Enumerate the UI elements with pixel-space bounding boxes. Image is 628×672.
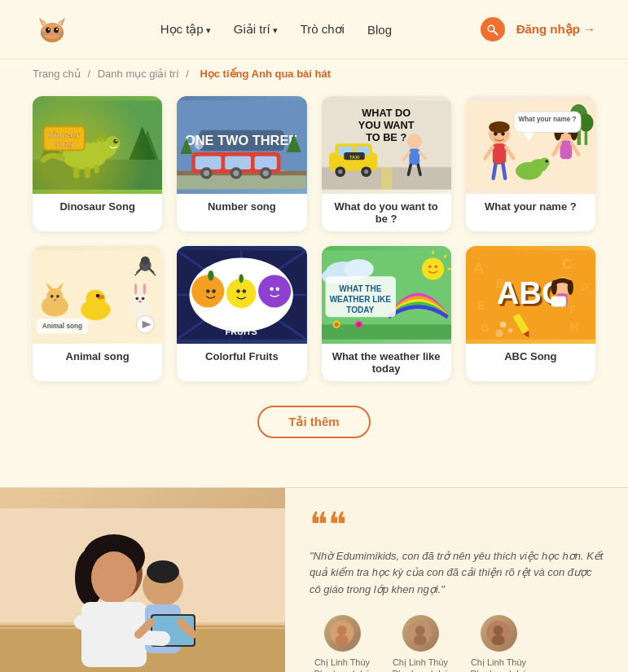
svg-point-224 xyxy=(494,626,503,635)
breadcrumb-danh-muc[interactable]: Danh mục giải trí xyxy=(98,68,179,80)
svg-text:Animal song: Animal song xyxy=(42,323,82,330)
svg-point-64 xyxy=(338,169,342,173)
author-item-3: Chị Linh Thùy Phụ huynh bé Mai Chi xyxy=(466,615,531,672)
dinosaur-illustration: Dinosaur Song xyxy=(33,96,162,194)
login-button[interactable]: Đăng nhập → xyxy=(516,22,595,37)
load-more-button[interactable]: Tải thêm xyxy=(257,406,370,438)
main-nav: Học tập Giải trí Trò chơi Blog xyxy=(160,22,392,37)
svg-rect-32 xyxy=(94,165,99,173)
author-avatar-2 xyxy=(402,615,439,652)
header-right: Đăng nhập → xyxy=(481,17,595,42)
svg-text:F: F xyxy=(569,304,576,316)
svg-point-10 xyxy=(51,33,54,36)
svg-point-156 xyxy=(270,287,274,291)
card-grid: Dinosaur Song Dinosaur Song xyxy=(33,96,595,381)
card-thumb-abc: A B C D E F G H ABC xyxy=(466,246,595,344)
svg-point-124 xyxy=(135,297,138,301)
breadcrumb-home[interactable]: Trang chủ xyxy=(33,68,81,80)
svg-point-108 xyxy=(46,288,63,305)
nav-blog[interactable]: Blog xyxy=(367,23,392,37)
author-avatar-1 xyxy=(324,615,361,652)
svg-point-88 xyxy=(494,132,498,136)
svg-text:G: G xyxy=(481,323,490,335)
testimonial-text-area: ❝❝ "Nhờ Edumimikids, con đã trở nên yêu … xyxy=(285,488,628,672)
author-photo-2 xyxy=(408,621,433,645)
svg-marker-28 xyxy=(98,133,102,142)
testimonial-photo xyxy=(0,488,285,672)
card-abc[interactable]: A B C D E F G H ABC xyxy=(466,246,595,381)
number-illustration: ONE TWO THREE xyxy=(177,96,306,194)
svg-point-9 xyxy=(56,29,58,30)
svg-marker-20 xyxy=(40,134,62,160)
svg-text:FRUITS: FRUITS xyxy=(226,327,257,336)
author-item-2: Chị Linh Thùy Phụ huynh bé Mai Chi xyxy=(388,615,453,672)
card-label-abc: ABC Song xyxy=(466,344,595,369)
search-button[interactable] xyxy=(481,17,505,42)
testimonial-authors: Chị Linh Thùy Phụ huynh bé Mai Chi Chị L… xyxy=(310,615,604,672)
svg-point-26 xyxy=(116,140,117,142)
svg-text:Song: Song xyxy=(55,140,73,148)
svg-point-105 xyxy=(545,160,548,163)
logo-icon xyxy=(33,10,72,49)
card-label-dinosaur: Dinosaur Song xyxy=(33,194,162,219)
svg-text:H: H xyxy=(569,320,579,335)
card-yourname[interactable]: What your name ? What your name ? xyxy=(466,96,595,231)
card-thumb-weather: WHAT THE WEATHER LIKE TODAY xyxy=(322,246,451,344)
card-thumb-yourname: What your name ? xyxy=(466,96,595,194)
card-weather[interactable]: WHAT THE WEATHER LIKE TODAY What the wea… xyxy=(322,246,451,381)
svg-point-89 xyxy=(501,132,505,136)
author-photo-3 xyxy=(486,621,511,645)
logo[interactable] xyxy=(33,10,72,49)
author-name-2: Chị Linh Thùy Phụ huynh bé Mai Chi xyxy=(388,657,453,672)
card-whatdo[interactable]: TAXI WHAT DO xyxy=(322,96,451,231)
svg-point-6 xyxy=(46,28,51,33)
svg-point-151 xyxy=(226,279,256,308)
svg-point-155 xyxy=(258,275,291,307)
breadcrumb-current: Học tiếng Anh qua bài hát xyxy=(200,68,331,80)
svg-point-169 xyxy=(434,266,437,269)
nav-giai-tri[interactable]: Giải trí xyxy=(234,22,278,37)
card-label-number: Number song xyxy=(177,194,306,219)
svg-point-67 xyxy=(406,134,421,148)
svg-point-113 xyxy=(53,299,56,301)
svg-point-221 xyxy=(415,626,425,635)
svg-text:TO BE ?: TO BE ? xyxy=(366,131,406,143)
svg-rect-17 xyxy=(33,100,162,189)
svg-text:What your name ?: What your name ? xyxy=(518,116,576,123)
card-label-whatdo: What do you want to be ? xyxy=(322,194,451,231)
nav-tro-choi[interactable]: Trò chơi xyxy=(301,22,345,37)
svg-point-123 xyxy=(143,283,147,295)
card-thumb-fruits: COLORFUL FRUITS xyxy=(177,246,306,344)
svg-point-1 xyxy=(42,23,62,39)
card-label-animal: Animal song xyxy=(33,344,162,369)
svg-text:WHAT THE: WHAT THE xyxy=(339,284,381,293)
weather-illustration: WHAT THE WEATHER LIKE TODAY xyxy=(322,246,451,344)
fruits-illustration: COLORFUL FRUITS xyxy=(177,246,306,344)
card-fruits[interactable]: COLORFUL FRUITS Colorful Fruits xyxy=(177,246,306,381)
svg-rect-174 xyxy=(322,324,451,339)
svg-rect-33 xyxy=(44,126,85,150)
svg-rect-30 xyxy=(73,167,79,178)
testimonial-image xyxy=(0,508,285,672)
card-thumb-animal: Animal song xyxy=(33,246,162,344)
card-number-song[interactable]: ONE TWO THREE Number song xyxy=(177,96,306,231)
card-thumb-whatdo: TAXI WHAT DO xyxy=(322,96,451,194)
svg-point-197 xyxy=(500,322,506,327)
svg-text:YOU WANT: YOU WANT xyxy=(358,119,414,131)
card-animal-song[interactable]: Animal song Animal song xyxy=(33,246,162,381)
svg-point-195 xyxy=(551,280,556,295)
card-dinosaur-song[interactable]: Dinosaur Song Dinosaur Song xyxy=(33,96,162,231)
svg-point-199 xyxy=(495,330,503,337)
author-name-3: Chị Linh Thùy Phụ huynh bé Mai Chi xyxy=(466,657,531,672)
testimonial-section: ❝❝ "Nhờ Edumimikids, con đã trở nên yêu … xyxy=(0,488,628,672)
svg-point-128 xyxy=(141,257,150,266)
header: Học tập Giải trí Trò chơi Blog Đăng nhập… xyxy=(0,0,628,59)
nav-hoc-tap[interactable]: Học tập xyxy=(160,22,211,37)
svg-rect-68 xyxy=(409,149,419,165)
svg-point-152 xyxy=(237,289,241,293)
svg-rect-82 xyxy=(493,143,506,164)
svg-point-117 xyxy=(96,294,100,298)
author-avatar-3 xyxy=(481,615,517,652)
card-label-yourname: What your name ? xyxy=(466,194,595,219)
card-label-fruits: Colorful Fruits xyxy=(177,344,306,369)
